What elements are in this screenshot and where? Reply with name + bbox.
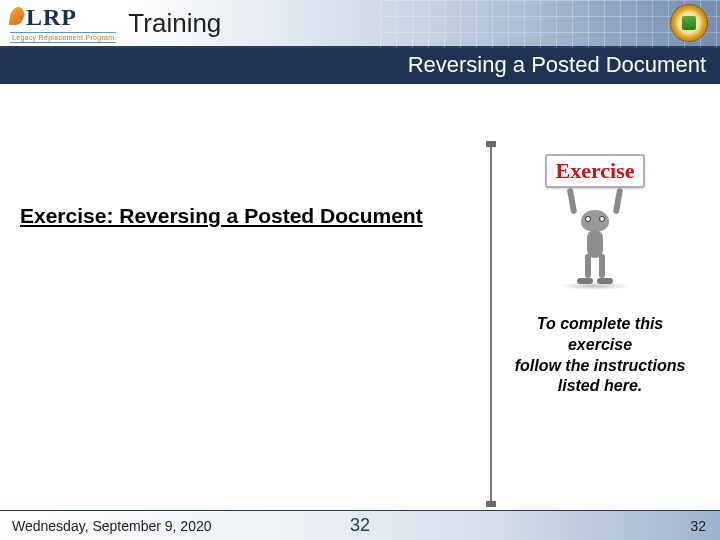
character-icon [565,194,625,284]
instructions-line: To complete this [537,315,664,332]
instructions-line: follow the instructions [515,357,686,374]
header-grid-decoration [380,0,720,48]
instructions-line: listed here. [558,377,642,394]
slide-header: LRP Legacy Replacement Program Training [0,0,720,48]
vertical-divider [490,144,492,504]
sub-header: Reversing a Posted Document [0,48,720,84]
header-title: Training [128,8,221,39]
footer-right-page: 32 [690,518,706,534]
exercise-sign: Exercise [545,154,644,188]
instructions-text: To complete this exercise follow the ins… [500,314,700,397]
lrp-logo-text: LRP [26,4,77,31]
lrp-logo-subtext: Legacy Replacement Program [10,32,116,43]
exercise-title: Exercise: Reversing a Posted Document [20,204,423,228]
lrp-logo: LRP [10,4,116,31]
exercise-figure: Exercise [510,154,680,290]
lrp-swoosh-icon [9,7,26,25]
slide-footer: Wednesday, September 9, 2020 32 32 [0,510,720,540]
instructions-line: exercise [568,336,632,353]
footer-center-page: 32 [350,515,370,536]
lrp-logo-block: LRP Legacy Replacement Program [10,4,116,43]
footer-date: Wednesday, September 9, 2020 [12,518,212,534]
slide-content: Exercise: Reversing a Posted Document Ex… [0,84,720,504]
seal-icon [670,4,708,42]
